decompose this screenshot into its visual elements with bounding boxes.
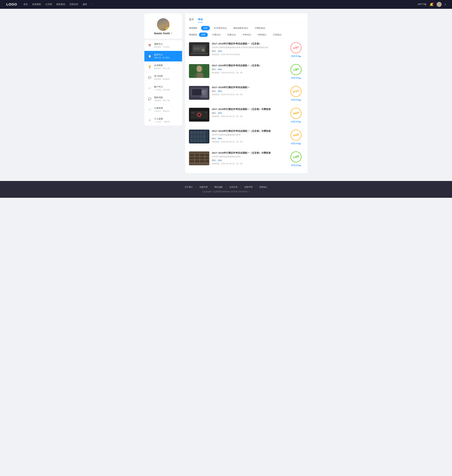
svg-rect-25	[205, 112, 207, 113]
exam-thumbnail	[189, 86, 209, 100]
sidebar-item-order-management[interactable]: 📄 订单管理 订单支出、明明白白	[144, 104, 182, 115]
account-center-icon: 🏷	[147, 86, 152, 90]
app-download-button[interactable]: APP下载	[418, 3, 426, 6]
account-center-title: 账户中心	[154, 85, 179, 88]
sidebar-menu: 📅 课程中心 精彩课程、不容错过 📋 题库中心 海量习题、助力通关 🏆 证书荣誉…	[144, 40, 182, 126]
sidebar-username: Natalie Smith ✎	[147, 32, 179, 35]
my-messages-subtitle: 消息通知、及时了解	[154, 99, 179, 102]
avatar[interactable]	[437, 2, 442, 7]
nav-news[interactable]: 新闻资讯	[56, 3, 65, 6]
footer-link-partners[interactable]: 合作伙伴	[229, 186, 238, 189]
exam-detail-link[interactable]: 查看详情 ▶	[291, 98, 301, 101]
sidebar-item-personal-settings[interactable]: ⚙ 个人设置 个人信息、一键管理	[144, 115, 182, 126]
my-messages-icon: 💭	[147, 97, 152, 101]
exam-detail-link[interactable]: 查看详情 ▶	[291, 77, 301, 80]
svg-rect-54	[195, 160, 199, 163]
filter-status-to-review[interactable]: 待批阅(2)	[255, 33, 269, 37]
exam-detail-link[interactable]: 查看详情 ▶	[291, 142, 301, 145]
svg-rect-15	[192, 89, 201, 95]
footer-link-agent[interactable]: 加盟代理	[199, 186, 208, 189]
exam-status-filter: 考试状态 全部 已通过(2) 未通过(2) 待考试(2) 待批阅(2) 已批阅(…	[189, 33, 304, 37]
svg-rect-55	[200, 160, 205, 163]
footer-link-disclaimer[interactable]: 免责声明	[244, 186, 253, 189]
sidebar-item-certificate[interactable]: 🏆 证书荣誉 收获荣誉、持证上岗	[144, 61, 182, 72]
profile-dropdown-arrow[interactable]: ▾	[445, 3, 446, 6]
filter-type-all[interactable]: 全部	[201, 26, 210, 30]
question-bank-subtitle: 海量习题、助力通关	[154, 57, 179, 59]
question-bank-text: 题库中心 海量习题、助力通关	[154, 54, 179, 59]
nav-more[interactable]: ···	[92, 3, 93, 6]
svg-rect-50	[195, 157, 199, 159]
edit-profile-icon[interactable]: ✎	[171, 32, 173, 34]
exam-action: 已通过 查看详情 ▶	[288, 64, 304, 80]
filter-status-all[interactable]: 全部	[199, 33, 208, 37]
personal-settings-text: 个人设置 个人信息、一键管理	[154, 117, 179, 123]
study-qa-subtitle: 课后重温、疑难解答	[154, 78, 179, 80]
exam-detail-link[interactable]: 查看详情 ▶	[291, 55, 301, 58]
nav-discover[interactable]: 发现课程	[32, 3, 41, 6]
svg-rect-34	[194, 135, 196, 138]
filter-type-random[interactable]: 随机抽题考试(5)	[231, 26, 251, 30]
exam-time: 考试时间：2019–05–03 10：09：09	[212, 71, 286, 74]
nav-home[interactable]: 首页	[23, 3, 28, 6]
svg-rect-33	[191, 135, 193, 138]
nav-qa[interactable]: 问答社区	[70, 3, 78, 6]
question-bank-title: 题库中心	[154, 54, 179, 56]
avatar-image	[437, 2, 442, 7]
footer-link-jobs[interactable]: 招贤纳士	[259, 186, 267, 189]
nav-opencourse[interactable]: 公开课	[45, 3, 52, 6]
exam-info: 2017–2018年行测证件考试全国统一（北京卷）付费批卷 2018年行测考试是…	[212, 151, 286, 165]
footer-divider: |	[196, 186, 196, 189]
exam-info: 2017–2018年行测证件考试全国统一 得分：99分 考试时间：2019–05…	[212, 86, 286, 96]
notification-bell[interactable]: 🔔	[430, 2, 433, 6]
filter-type-certificate[interactable]: 证书类考试(4)	[212, 26, 229, 30]
exam-status-stamp: 未通过	[289, 41, 303, 54]
exam-status-stamp: 已通过	[289, 63, 303, 76]
detail-link-text: 查看详情	[291, 55, 299, 58]
exam-detail-link[interactable]: 查看详情 ▶	[291, 164, 301, 167]
svg-point-23	[198, 114, 200, 116]
svg-rect-31	[200, 131, 202, 134]
detail-link-text: 查看详情	[291, 77, 299, 80]
sidebar-item-course-center[interactable]: 📅 课程中心 精彩课程、不容错过	[144, 40, 182, 51]
svg-point-6	[201, 48, 205, 52]
course-center-subtitle: 精彩课程、不容错过	[154, 46, 179, 48]
detail-link-arrow-icon: ▶	[299, 164, 301, 167]
footer-link-about[interactable]: 关于我们	[185, 186, 193, 189]
svg-rect-18	[201, 92, 205, 92]
detail-link-arrow-icon: ▶	[299, 99, 301, 101]
filter-status-pending[interactable]: 待考试(2)	[240, 33, 253, 37]
svg-rect-3	[191, 53, 208, 54]
exam-time: 考试时间：2019–05–03 10:09:09	[212, 53, 286, 56]
svg-rect-38	[191, 139, 193, 142]
filter-type-paid[interactable]: 付费批卷(6)	[252, 26, 268, 30]
certificate-text: 证书荣誉 收获荣誉、持证上岗	[154, 64, 179, 70]
sidebar-item-my-messages[interactable]: 💭 我的消息 消息通知、及时了解	[144, 94, 182, 104]
table-row: 2017–2018年行测证件考试全国统一（北京卷） 2018年行测考试是最值得多…	[189, 39, 304, 61]
detail-link-text: 查看详情	[291, 120, 299, 123]
filter-status-failed[interactable]: 未通过(2)	[225, 33, 238, 37]
svg-rect-45	[190, 154, 194, 156]
svg-rect-52	[205, 157, 209, 159]
exam-action: 待批阅 查看详情 ▶	[288, 108, 304, 123]
tab-question-bank[interactable]: 题库	[189, 17, 194, 23]
sidebar-item-account-center[interactable]: 🏷 账户中心 个人权益、实时掌握	[144, 83, 182, 94]
footer-link-sitemap[interactable]: 网站地图	[214, 186, 223, 189]
footer-links: 关于我们 | 加盟代理 | 网站地图 | 合作伙伴 | 免责声明 | 招贤纳士	[3, 186, 449, 189]
table-row: 2017–2018年行测证件考试全国统一（北京卷） 得分：99分 考试时间：20…	[189, 61, 304, 83]
sidebar-item-study-qa[interactable]: 💬 学习问答 课后重温、疑难解答	[144, 72, 182, 83]
filter-status-reviewed[interactable]: 已批阅(2)	[271, 33, 284, 37]
sidebar: 🏅 Natalie Smith ✎ 📅 课程中心 精彩课程、不容错过 📋 题库中…	[144, 14, 182, 173]
exam-detail-link[interactable]: 查看详情 ▶	[291, 120, 301, 123]
question-bank-icon: 📋	[147, 54, 152, 58]
order-management-subtitle: 订单支出、明明白白	[154, 110, 179, 112]
detail-link-text: 查看详情	[291, 164, 299, 167]
exam-type-filter-label: 考试类型：	[189, 27, 199, 29]
filter-status-passed[interactable]: 已通过(2)	[210, 33, 223, 37]
tab-exam[interactable]: 考试	[198, 17, 203, 23]
exam-info: 2017–2018年行测证件考试全国统一（北京卷）付费批卷 2018年行测考试是…	[212, 129, 286, 143]
exam-status-stamp: 待批阅	[289, 128, 303, 142]
logo: LOGO	[6, 2, 17, 7]
sidebar-item-question-bank[interactable]: 📋 题库中心 海量习题、助力通关	[144, 51, 182, 61]
nav-questionbank[interactable]: 题库	[83, 3, 87, 6]
